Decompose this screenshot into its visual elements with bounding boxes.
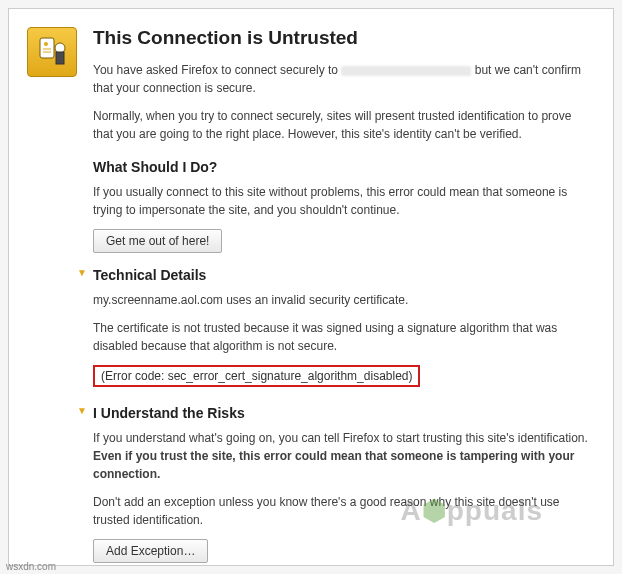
risks-text-1: If you understand what's going on, you c… [93,429,591,483]
understand-risks-expander[interactable]: ▼ I Understand the Risks [77,391,591,429]
svg-point-3 [44,42,48,46]
technical-details-expander[interactable]: ▼ Technical Details [77,253,591,291]
source-caption: wsxdn.com [6,561,56,572]
svg-rect-0 [40,38,54,58]
risks-text-2: Don't add an exception unless you know t… [93,493,591,529]
tech-text-1: my.screenname.aol.com uses an invalid se… [93,291,591,309]
untrusted-cert-icon [27,27,77,77]
svg-rect-2 [56,52,64,64]
get-me-out-button[interactable]: Get me out of here! [93,229,222,253]
what-should-i-do-heading: What Should I Do? [93,159,591,175]
what-should-i-do-text: If you usually connect to this site with… [93,183,591,219]
expand-arrow-icon: ▼ [77,405,87,416]
risks-1b: Even if you trust the site, this error c… [93,449,574,481]
tech-text-2: The certificate is not trusted because i… [93,319,591,355]
intro-paragraph-2: Normally, when you try to connect secure… [93,107,591,143]
intro-1a: You have asked Firefox to connect secure… [93,63,341,77]
untrusted-connection-panel: This Connection is Untrusted You have as… [8,8,614,566]
risks-1a: If you understand what's going on, you c… [93,431,588,445]
error-code-highlight: (Error code: sec_error_cert_signature_al… [93,365,420,387]
add-exception-button[interactable]: Add Exception… [93,539,208,563]
expand-arrow-icon: ▼ [77,267,87,278]
obscured-hostname [341,66,471,76]
error-code-text: (Error code: sec_error_cert_signature_al… [101,369,412,383]
technical-details-heading: Technical Details [93,267,206,283]
intro-paragraph-1: You have asked Firefox to connect secure… [93,61,591,97]
page-title: This Connection is Untrusted [93,27,591,49]
understand-risks-heading: I Understand the Risks [93,405,245,421]
